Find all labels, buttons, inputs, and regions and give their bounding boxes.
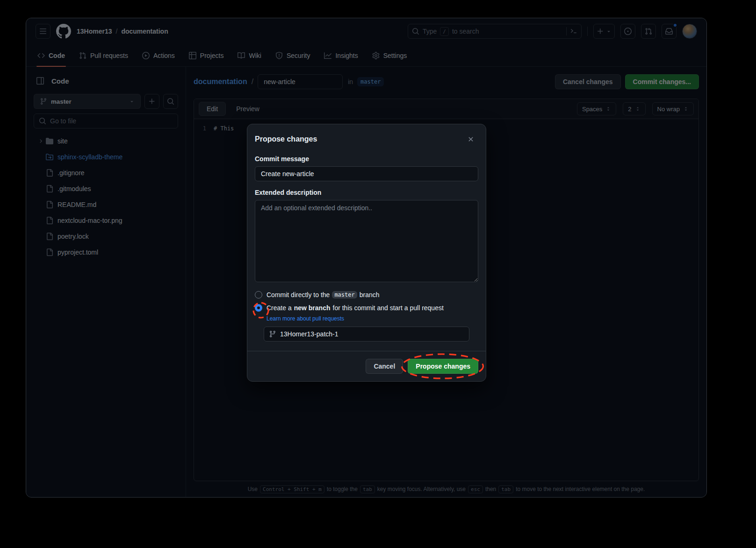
dialog-body: Commit message Extended description Comm… [247,154,486,342]
commit-message-label: Commit message [255,155,478,163]
commit-message-input[interactable] [255,166,478,181]
radio-unchecked[interactable] [255,291,262,299]
extended-description-label: Extended description [255,189,478,196]
radio-create-branch[interactable]: Create a new branch for this commit and … [255,304,478,312]
propose-changes-button[interactable]: Propose changes [408,359,478,374]
radio-create-branch-label: Create a new branch for this commit and … [266,304,444,312]
dialog-header: Propose changes [247,124,486,154]
radio-commit-direct-label: Commit directly to the master branch [266,291,380,299]
git-branch-icon [269,330,276,338]
new-branch-name-box[interactable] [264,327,469,342]
master-branch-chip: master [332,291,357,299]
new-branch-name-input[interactable] [280,330,464,338]
extended-description-textarea[interactable] [255,200,478,282]
propose-changes-dialog: Propose changes Commit message Extended … [247,124,486,382]
radio-checked[interactable] [255,304,262,312]
close-dialog-button[interactable] [463,132,478,147]
close-icon [467,135,475,143]
dialog-title: Propose changes [255,135,317,143]
cancel-button[interactable]: Cancel [366,359,403,374]
dialog-footer: Cancel Propose changes [247,351,486,381]
learn-more-link[interactable]: Learn more about pull requests [266,315,344,322]
radio-commit-direct[interactable]: Commit directly to the master branch [255,291,478,299]
new-branch-bold: new branch [294,304,331,312]
